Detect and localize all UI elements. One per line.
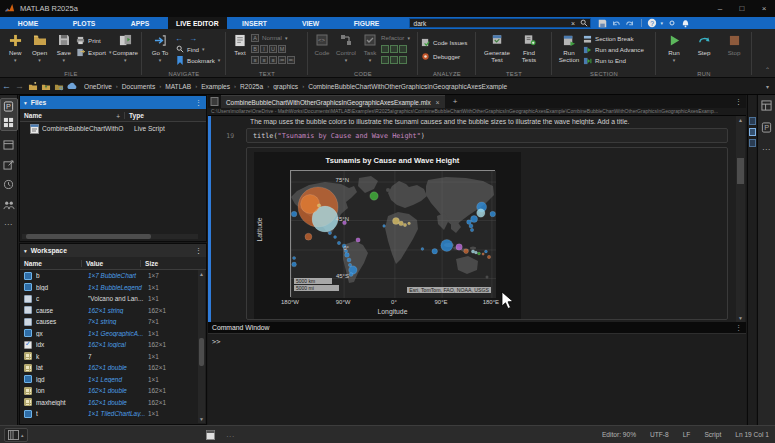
panel-layout-toggle[interactable]: ▴: [4, 428, 28, 442]
refactor-button[interactable]: Refactor▾: [381, 33, 410, 42]
more-ellipsis-icon[interactable]: ⋯: [2, 218, 16, 231]
breadcrumb-segment[interactable]: Examples: [201, 83, 230, 90]
section-break-button[interactable]: Section Break: [583, 34, 644, 43]
back-arrow-icon[interactable]: ←: [0, 80, 13, 92]
search-box[interactable]: dark ×: [409, 18, 591, 28]
open-button[interactable]: Open▾: [27, 31, 51, 63]
sort-add-icon[interactable]: +: [116, 113, 120, 120]
uncomment-icon[interactable]: [399, 45, 407, 53]
close-button[interactable]: ×: [753, 0, 775, 17]
run-to-end-button[interactable]: Run to End: [583, 56, 644, 65]
panel-box-icon[interactable]: [2, 138, 16, 151]
bell-icon[interactable]: [680, 18, 691, 28]
maximize-button[interactable]: □: [731, 0, 753, 17]
search-input[interactable]: dark: [414, 20, 568, 27]
breadcrumb-segment[interactable]: OneDrive: [84, 83, 112, 90]
ws-col-name[interactable]: Name: [20, 260, 81, 267]
run-section-button[interactable]: Run Section: [555, 31, 583, 63]
redo-icon[interactable]: [625, 18, 636, 28]
ribbon-tab-figure[interactable]: FIGURE: [339, 17, 395, 29]
find-button[interactable]: Find▾: [175, 44, 220, 54]
history-clock-icon[interactable]: [2, 178, 16, 191]
code-line[interactable]: title("Tsunamis by Cause and Wave Height…: [246, 128, 728, 143]
step-button[interactable]: Step: [689, 31, 719, 56]
share-panel-icon[interactable]: [2, 158, 16, 171]
compare-button[interactable]: Compare▾: [111, 31, 139, 63]
align-center-icon[interactable]: ≡: [260, 56, 268, 64]
b-format-icon[interactable]: B: [251, 45, 259, 53]
comment-icon[interactable]: [390, 45, 398, 53]
code-button[interactable]: <> Code: [311, 31, 333, 56]
collapse-ribbon-icon[interactable]: ⌃: [765, 66, 770, 73]
workspace-row[interactable]: b1×7 BubbleChart1×7: [20, 270, 198, 282]
run-and-advance-button[interactable]: Run and Advance: [583, 45, 644, 54]
smart-indent-icon[interactable]: [381, 56, 389, 64]
workspace-row[interactable]: idx162×1 logical162×1: [20, 339, 198, 351]
figure-thumbnail-icon[interactable]: [749, 117, 756, 125]
wrap-comments-icon[interactable]: [381, 45, 389, 53]
browse-folder-icon[interactable]: [52, 80, 65, 92]
new-folder-icon[interactable]: [26, 80, 39, 92]
editor-menu-icon[interactable]: ⋮: [735, 98, 742, 106]
workspace-panel-header[interactable]: ▾ Workspace ⋮: [20, 244, 206, 257]
collapse-chevron-icon[interactable]: ▾: [24, 248, 27, 254]
files-horizontal-scrollbar[interactable]: [22, 234, 198, 239]
numbered-list-icon[interactable]: ≕: [287, 56, 295, 64]
forward-arrow-icon[interactable]: →: [189, 34, 197, 43]
figure-canvas[interactable]: Tsunamis by Cause and Wave Height: [254, 152, 521, 319]
dropdown-caret[interactable]: ▾: [661, 20, 664, 26]
command-window-header[interactable]: Command Window ⋮: [208, 322, 746, 334]
u-format-icon[interactable]: U: [269, 45, 277, 53]
status-doc-icon[interactable]: [206, 430, 215, 440]
workspace-row[interactable]: lon162×1 double162×1: [20, 385, 198, 397]
ribbon-tab-home[interactable]: HOME: [0, 17, 56, 29]
figure-thumbnail-icon[interactable]: [749, 139, 756, 147]
folder-up-icon[interactable]: [39, 80, 52, 92]
code-issues-button[interactable]: Code Issues: [421, 37, 467, 47]
files-col-name[interactable]: Name+: [20, 112, 124, 119]
file-row[interactable]: CombineBubbleChartWithO... Live Script: [20, 122, 206, 135]
minimize-button[interactable]: –: [709, 0, 731, 17]
back-arrow-icon[interactable]: ←: [175, 34, 183, 43]
breadcrumb-segment[interactable]: R2025a: [240, 83, 263, 90]
clear-search-icon[interactable]: ×: [568, 18, 579, 28]
ws-col-value[interactable]: Value: [81, 260, 140, 267]
breadcrumb-segment[interactable]: CombineBubbleChartWithOtherGraphicsInGeo…: [308, 83, 507, 90]
ribbon-tab-live-editor[interactable]: LIVE EDITOR: [168, 17, 227, 29]
align-left-icon[interactable]: ≡: [251, 56, 259, 64]
export-button[interactable]: Export▾: [76, 47, 111, 57]
style-select[interactable]: A Normal▾: [251, 33, 295, 42]
new-tab-icon[interactable]: +: [453, 97, 458, 106]
workspace-row[interactable]: t1×1 TiledChartLay...1×1: [20, 408, 198, 420]
files-menu-icon[interactable]: ⋮: [195, 99, 202, 107]
save-icon[interactable]: [597, 18, 608, 28]
search-icon[interactable]: [579, 18, 590, 28]
layout-grid-icon[interactable]: [2, 116, 16, 129]
task-button[interactable]: Task▾: [359, 31, 381, 63]
status-more-icon[interactable]: ...: [227, 431, 236, 438]
i-format-icon[interactable]: I: [260, 45, 268, 53]
editor-tab[interactable]: CombineBubbleChartWithOtherGraphicsInGeo…: [221, 95, 445, 108]
more-ellipsis-icon[interactable]: ⋯: [760, 143, 774, 156]
text-button[interactable]: Text: [229, 31, 251, 56]
workspace-row[interactable]: maxheight162×1 double162×1: [20, 397, 198, 409]
ribbon-tab-view[interactable]: VIEW: [283, 17, 339, 29]
command-prompt[interactable]: >>: [208, 334, 746, 346]
workspace-menu-icon[interactable]: ⋮: [195, 247, 202, 255]
command-window[interactable]: Command Window ⋮ >>: [208, 322, 746, 425]
breadcrumb-segment[interactable]: MATLAB: [165, 83, 191, 90]
files-col-type[interactable]: Type: [124, 112, 206, 119]
workspace-scrollbar[interactable]: ▲▼: [198, 270, 205, 423]
breadcrumb-segment[interactable]: graphics: [273, 83, 298, 90]
collapse-chevron-icon[interactable]: ▾: [24, 100, 27, 106]
undo-icon[interactable]: [611, 18, 622, 28]
workspace-row[interactable]: lat162×1 double162×1: [20, 362, 198, 374]
profiler-icon[interactable]: P: [760, 121, 774, 134]
community-icon[interactable]: [2, 198, 16, 211]
align-right-icon[interactable]: ≡: [269, 56, 277, 64]
control-button[interactable]: Control▾: [333, 31, 359, 63]
forward-arrow-icon[interactable]: →: [13, 80, 26, 92]
workspace-row[interactable]: causes7×1 string7×1: [20, 316, 198, 328]
workspace-row[interactable]: lgd1×1 Legend1×1: [20, 374, 198, 386]
debugger-button[interactable]: Debugger: [421, 51, 467, 61]
